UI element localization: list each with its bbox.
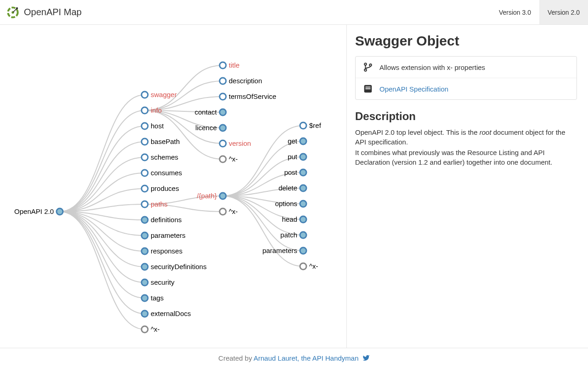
svg-point-48 <box>220 140 226 147</box>
svg-text:basePath: basePath <box>151 138 180 145</box>
svg-text:get: get <box>288 137 298 145</box>
svg-point-28 <box>141 264 148 270</box>
svg-point-44 <box>220 109 226 115</box>
tree-node[interactable]: info <box>141 106 162 114</box>
tree-node[interactable]: parameters <box>141 231 186 239</box>
svg-point-54 <box>220 208 226 215</box>
svg-text:version: version <box>229 139 251 147</box>
description-body: OpenAPI 2.0 top level object. This is th… <box>355 127 577 167</box>
tab-version-2[interactable]: Version 2.0 <box>539 0 588 24</box>
main: OpenAPI 2.0swaggerinfohostbasePathscheme… <box>0 25 588 348</box>
tree-node[interactable]: $ref <box>300 121 322 129</box>
svg-point-77 <box>364 69 367 71</box>
svg-point-78 <box>369 64 372 66</box>
svg-point-72 <box>300 247 306 254</box>
tree-node[interactable]: get <box>288 137 306 145</box>
tree-node[interactable]: responses <box>141 247 182 255</box>
svg-point-30 <box>141 279 148 286</box>
svg-point-34 <box>141 310 148 317</box>
svg-text:schemes: schemes <box>151 153 178 161</box>
svg-point-38 <box>220 62 226 69</box>
svg-point-32 <box>141 295 148 301</box>
brand: OpenAPI Map <box>6 6 82 19</box>
tree-node[interactable]: tags <box>141 294 164 302</box>
svg-text:delete: delete <box>278 184 297 192</box>
desc-text: OpenAPI 2.0 top level object. This is th… <box>355 128 480 136</box>
extension-text: Allows extension with x- properties <box>379 63 485 71</box>
map-pane[interactable]: OpenAPI 2.0swaggerinfohostbasePathscheme… <box>0 25 347 348</box>
svg-point-20 <box>141 201 148 207</box>
tree-node[interactable]: version <box>220 139 251 147</box>
svg-rect-81 <box>366 88 371 89</box>
svg-point-46 <box>220 125 226 131</box>
svg-text:termsOfService: termsOfService <box>229 92 276 100</box>
tree-node[interactable]: OpenAPI 2.0 <box>14 207 63 215</box>
tree-node[interactable]: contact <box>195 108 226 116</box>
tree-node[interactable]: ^x- <box>220 155 238 163</box>
svg-text:parameters: parameters <box>262 247 297 254</box>
svg-text:paths: paths <box>151 200 168 208</box>
description-heading: Description <box>355 110 577 123</box>
tree-node[interactable]: post <box>284 168 306 176</box>
tree-node[interactable]: ^x- <box>300 262 318 270</box>
svg-text:^x-: ^x- <box>309 262 318 270</box>
svg-text:consumes: consumes <box>151 169 182 177</box>
svg-text:options: options <box>275 200 297 207</box>
tree-node[interactable]: description <box>220 77 262 85</box>
svg-text:contact: contact <box>195 108 217 116</box>
tree-node[interactable]: head <box>282 215 306 223</box>
tree-node[interactable]: produces <box>141 184 179 192</box>
footer-author-link[interactable]: Arnaud Lauret, the API Handyman <box>254 354 358 362</box>
twitter-icon[interactable] <box>362 354 370 362</box>
tab-version-3[interactable]: Version 3.0 <box>491 0 539 24</box>
svg-text:^x-: ^x- <box>151 325 160 333</box>
svg-text:title: title <box>229 61 239 69</box>
tree-node[interactable]: swagger <box>141 91 177 98</box>
tree-node[interactable]: externalDocs <box>141 310 191 317</box>
svg-point-18 <box>141 185 148 192</box>
svg-text:definitions: definitions <box>151 216 182 224</box>
svg-text:securityDefinitions: securityDefinitions <box>151 263 207 270</box>
tree-node[interactable]: delete <box>278 184 306 192</box>
tree-diagram[interactable]: OpenAPI 2.0swaggerinfohostbasePathscheme… <box>0 25 346 348</box>
tree-node[interactable]: parameters <box>262 247 306 254</box>
tree-node[interactable]: put <box>288 153 306 161</box>
svg-text:tags: tags <box>151 294 164 302</box>
svg-text:head: head <box>282 215 297 223</box>
svg-text:^x-: ^x- <box>229 155 238 163</box>
tree-node[interactable]: licence <box>195 124 226 132</box>
svg-text:licence: licence <box>195 124 217 132</box>
svg-point-64 <box>300 185 306 191</box>
tree-node[interactable]: /{path} <box>197 192 226 200</box>
tree-node[interactable]: consumes <box>141 169 182 177</box>
tree-node[interactable]: basePath <box>141 138 180 145</box>
app-title: OpenAPI Map <box>24 7 82 17</box>
tree-node[interactable]: definitions <box>141 216 182 224</box>
tree-node[interactable]: termsOfService <box>220 92 276 100</box>
svg-point-76 <box>364 63 367 65</box>
logo-icon <box>6 6 19 19</box>
tree-node[interactable]: host <box>141 122 164 130</box>
tree-node[interactable]: ^x- <box>141 325 160 333</box>
svg-point-14 <box>141 154 148 161</box>
tree-node[interactable]: paths <box>141 200 168 208</box>
tree-node[interactable]: ^x- <box>220 207 238 215</box>
version-tabs: Version 3.0 Version 2.0 <box>491 0 588 24</box>
footer: Created by Arnaud Lauret, the API Handym… <box>0 348 588 368</box>
tree-node[interactable]: security <box>141 278 175 286</box>
svg-point-8 <box>141 107 148 114</box>
tree-node[interactable]: patch <box>280 231 306 239</box>
svg-point-68 <box>300 216 306 223</box>
spec-link[interactable]: OpenAPI Specification <box>379 85 448 93</box>
detail-pane: Swagger Object Allows extension with x- … <box>347 25 588 348</box>
book-icon <box>363 84 373 94</box>
svg-point-58 <box>300 138 306 144</box>
tree-node[interactable]: securityDefinitions <box>141 263 207 270</box>
tree-node[interactable]: schemes <box>141 153 178 161</box>
svg-point-24 <box>141 232 148 239</box>
header: OpenAPI Map Version 3.0 Version 2.0 <box>0 0 588 25</box>
svg-point-62 <box>300 169 306 176</box>
svg-point-6 <box>141 92 148 98</box>
tree-node[interactable]: title <box>220 61 239 69</box>
tree-node[interactable]: options <box>275 200 306 207</box>
